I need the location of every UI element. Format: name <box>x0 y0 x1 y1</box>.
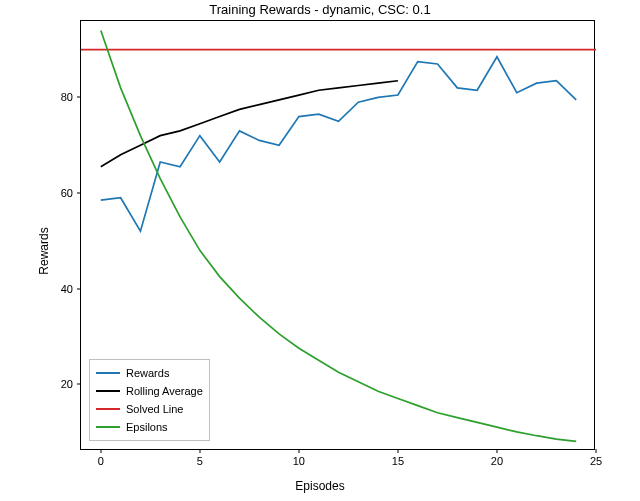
series-line <box>101 57 576 231</box>
legend-swatch <box>96 372 120 374</box>
legend-item: Epsilons <box>96 418 203 436</box>
chart-container: Training Rewards - dynamic, CSC: 0.1 Rew… <box>0 0 640 501</box>
series-line <box>101 81 398 167</box>
legend-item: Solved Line <box>96 400 203 418</box>
chart-title: Training Rewards - dynamic, CSC: 0.1 <box>0 2 640 17</box>
plot-area: RewardsRolling AverageSolved LineEpsilon… <box>80 20 595 450</box>
legend-swatch <box>96 426 120 428</box>
y-axis-label: Rewards <box>37 227 51 274</box>
legend-label: Rewards <box>126 367 169 379</box>
legend-item: Rolling Average <box>96 382 203 400</box>
legend-label: Rolling Average <box>126 385 203 397</box>
legend-box: RewardsRolling AverageSolved LineEpsilon… <box>89 359 210 441</box>
x-axis-label: Episodes <box>0 479 640 493</box>
legend-item: Rewards <box>96 364 203 382</box>
legend-swatch <box>96 390 120 392</box>
legend-swatch <box>96 408 120 410</box>
legend-label: Solved Line <box>126 403 184 415</box>
legend-label: Epsilons <box>126 421 168 433</box>
